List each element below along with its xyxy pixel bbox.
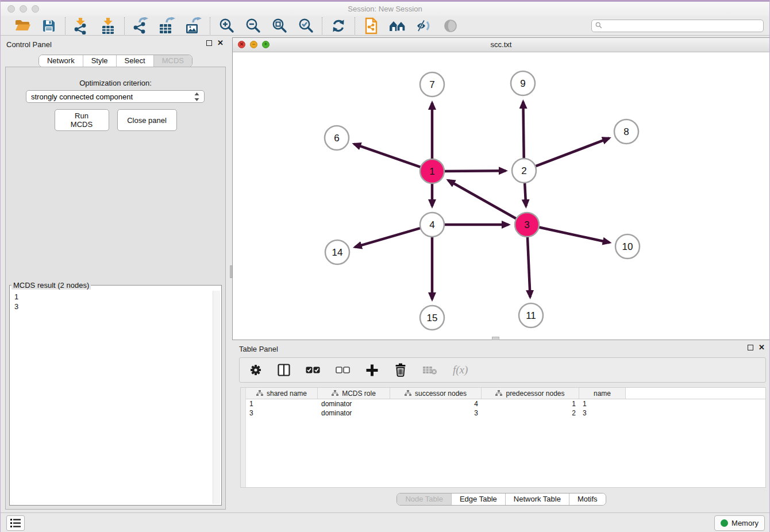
close-table-panel-icon[interactable]: ✕ bbox=[759, 345, 765, 350]
select-all-rows-button[interactable] bbox=[306, 367, 320, 373]
refresh-layout-button[interactable] bbox=[329, 17, 348, 34]
criterion-select[interactable]: strongly connected component bbox=[26, 90, 205, 103]
column-header-label: MCDS role bbox=[342, 390, 376, 398]
hide-labels-button[interactable] bbox=[414, 17, 434, 34]
graph-node-label-10: 10 bbox=[622, 241, 633, 252]
zoom-selected-button[interactable] bbox=[296, 17, 315, 34]
edge-2-to-3[interactable] bbox=[525, 182, 526, 206]
import-network-button[interactable] bbox=[72, 17, 91, 34]
deselect-all-rows-button[interactable] bbox=[336, 367, 350, 373]
table-cell: 2 bbox=[482, 409, 579, 417]
task-history-button[interactable] bbox=[6, 515, 25, 531]
application-window: Session: New Session bbox=[0, 0, 770, 532]
graph-node-label-9: 9 bbox=[520, 78, 525, 89]
float-table-panel-icon[interactable] bbox=[748, 345, 753, 350]
add-column-button[interactable] bbox=[365, 364, 379, 377]
vertical-splitter-handle[interactable] bbox=[230, 265, 232, 278]
export-network-button[interactable] bbox=[131, 17, 151, 34]
tab-network-table[interactable]: Network Table bbox=[505, 494, 569, 505]
edge-2-to-8[interactable] bbox=[534, 138, 609, 167]
delete-table-button[interactable] bbox=[422, 365, 437, 375]
column-header-shared-name[interactable]: shared name bbox=[246, 388, 318, 399]
unchecked-boxes-icon bbox=[336, 367, 350, 373]
zoom-in-button[interactable] bbox=[217, 17, 236, 34]
search-input[interactable] bbox=[591, 20, 764, 32]
zoom-selected-icon bbox=[298, 18, 314, 34]
table-row[interactable]: 1dominator411 bbox=[246, 399, 765, 408]
edge-3-to-11[interactable] bbox=[528, 236, 530, 297]
tree-hierarchy-icon bbox=[405, 390, 411, 396]
memory-label: Memory bbox=[732, 519, 759, 527]
result-scrollbar[interactable] bbox=[213, 291, 220, 504]
copy-network-button[interactable] bbox=[361, 17, 381, 34]
zoom-in-icon bbox=[218, 18, 234, 34]
mcds-result-title: MCDS result (2 nodes) bbox=[11, 281, 91, 290]
float-panel-icon[interactable] bbox=[206, 40, 212, 46]
import-network-icon bbox=[74, 17, 90, 34]
column-header-MCDS-role[interactable]: MCDS role bbox=[318, 388, 390, 399]
table-cell: 3 bbox=[246, 409, 318, 417]
nested-networks-button[interactable] bbox=[388, 17, 407, 34]
edge-2-to-9[interactable] bbox=[523, 102, 523, 160]
graph-node-label-6: 6 bbox=[334, 133, 339, 144]
network-window-title: scc.txt bbox=[233, 40, 769, 49]
column-header-name[interactable]: name bbox=[579, 388, 626, 399]
run-mcds-button[interactable]: Run MCDS bbox=[55, 109, 109, 131]
table-cell: 1 bbox=[246, 400, 318, 408]
memory-button[interactable]: Memory bbox=[714, 515, 765, 531]
export-table-button[interactable] bbox=[157, 17, 177, 34]
control-panel-tabs: NetworkStyleSelectMCDS bbox=[38, 55, 192, 67]
horizontal-splitter-handle[interactable] bbox=[492, 337, 499, 340]
tree-hierarchy-icon bbox=[495, 390, 502, 396]
zoom-fit-button[interactable] bbox=[270, 17, 289, 34]
eye-sphere-icon bbox=[443, 18, 458, 33]
tab-motifs[interactable]: Motifs bbox=[569, 494, 606, 505]
graph-node-label-2: 2 bbox=[521, 165, 526, 176]
edge-4-to-14[interactable] bbox=[355, 228, 422, 247]
export-image-button[interactable] bbox=[184, 17, 203, 34]
tab-node-table[interactable]: Node Table bbox=[397, 494, 451, 505]
edge-1-to-2[interactable] bbox=[443, 171, 506, 171]
table-row-gutter bbox=[241, 388, 246, 487]
table-settings-button[interactable] bbox=[249, 364, 262, 376]
delete-column-button[interactable] bbox=[394, 363, 407, 377]
search-field-wrap bbox=[591, 20, 764, 32]
zoom-out-button[interactable] bbox=[243, 17, 263, 34]
criterion-value: strongly connected component bbox=[31, 92, 133, 101]
mcds-result-list: 13 bbox=[11, 291, 212, 504]
column-header-label: predecessor nodes bbox=[506, 390, 564, 398]
column-header-successor-nodes[interactable]: successor nodes bbox=[390, 388, 482, 399]
edge-1-to-6[interactable] bbox=[354, 144, 422, 168]
control-panel-title: Control Panel bbox=[6, 40, 52, 49]
network-canvas[interactable]: 7968124314101511 bbox=[233, 52, 769, 340]
copy-network-icon bbox=[364, 17, 379, 34]
tree-hierarchy-icon bbox=[332, 390, 338, 396]
network-window-titlebar[interactable]: ✕ − + scc.txt bbox=[233, 38, 769, 52]
column-chooser-button[interactable] bbox=[278, 364, 290, 376]
tab-mcds[interactable]: MCDS bbox=[153, 55, 192, 67]
edge-3-to-1[interactable] bbox=[448, 180, 518, 219]
columns-icon bbox=[278, 364, 290, 376]
column-header-predecessor-nodes[interactable]: predecessor nodes bbox=[482, 388, 579, 399]
zoom-fit-icon bbox=[271, 18, 287, 34]
memory-status-dot bbox=[721, 519, 728, 527]
tab-edge-table[interactable]: Edge Table bbox=[451, 494, 505, 505]
mcds-result-line: 1 bbox=[14, 292, 209, 302]
save-session-button[interactable] bbox=[39, 17, 59, 34]
close-panel-button[interactable]: Close panel bbox=[117, 109, 177, 131]
tab-style[interactable]: Style bbox=[83, 55, 116, 67]
close-panel-icon[interactable]: ✕ bbox=[217, 40, 224, 46]
homes-icon bbox=[388, 19, 407, 33]
titlebar: Session: New Session bbox=[1, 2, 769, 16]
tab-network[interactable]: Network bbox=[39, 55, 83, 67]
edge-3-to-10[interactable] bbox=[538, 227, 610, 242]
table-row[interactable]: 3dominator323 bbox=[246, 408, 765, 418]
import-table-button[interactable] bbox=[98, 17, 118, 34]
open-session-button[interactable] bbox=[13, 17, 32, 34]
function-builder-button[interactable]: f(x) bbox=[453, 364, 468, 376]
birds-eye-view-button[interactable] bbox=[441, 17, 460, 34]
node-table: shared nameMCDS rolesuccessor nodesprede… bbox=[240, 387, 766, 488]
list-icon bbox=[10, 519, 21, 527]
tab-select[interactable]: Select bbox=[116, 55, 153, 67]
table-cell: 3 bbox=[390, 409, 482, 417]
